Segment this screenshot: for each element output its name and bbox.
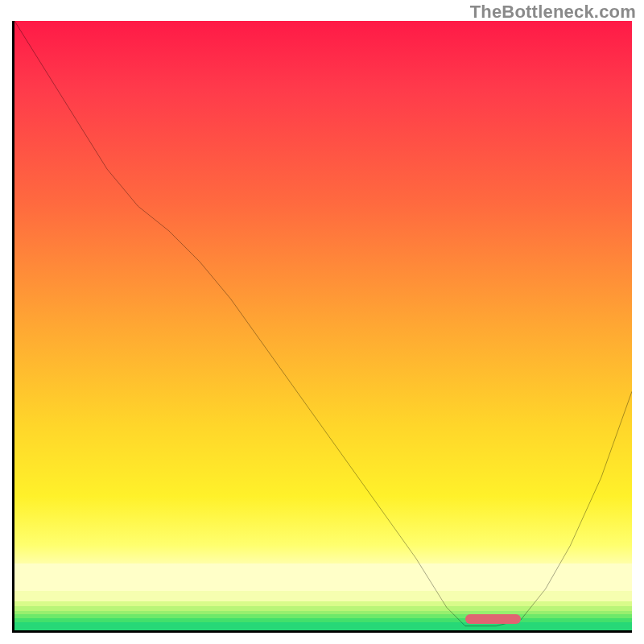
optimal-marker-pill <box>465 614 521 624</box>
plot-area <box>12 21 632 633</box>
watermark-text: TheBottleneck.com <box>470 2 636 23</box>
curve-path <box>14 21 632 626</box>
bottleneck-curve <box>14 21 632 633</box>
chart-container: TheBottleneck.com <box>0 0 644 644</box>
